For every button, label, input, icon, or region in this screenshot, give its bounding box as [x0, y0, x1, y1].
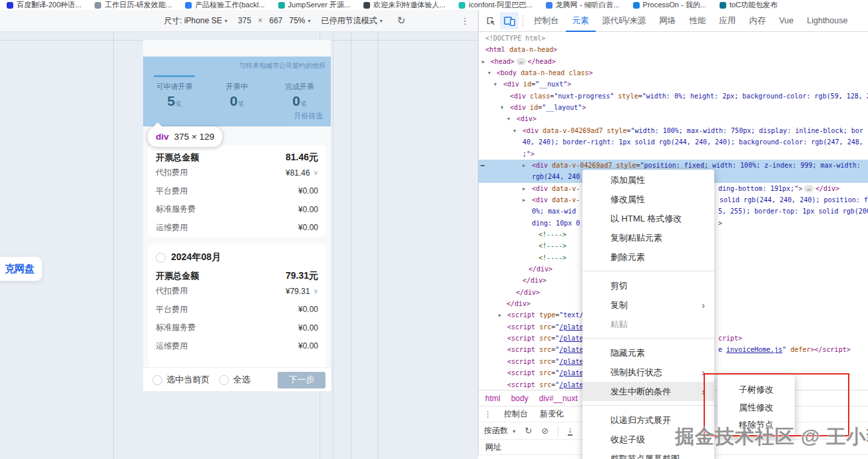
context-menu-item[interactable]: 剪切	[582, 276, 714, 295]
bookmark-item[interactable]: toC功能包发布	[720, 0, 777, 10]
refresh-icon[interactable]: ↻	[525, 426, 532, 436]
more-options-icon[interactable]: ⋮	[461, 16, 469, 26]
twisty-collapsed-icon[interactable]: ▶	[523, 160, 525, 172]
drawer-tab-控制台[interactable]: 控制台	[504, 408, 528, 420]
code-token: <script	[507, 381, 535, 388]
code-token: </div>	[516, 289, 540, 296]
context-menu-item[interactable]: 以 HTML 格式修改	[582, 209, 714, 228]
context-menu-item[interactable]: 复制›	[582, 295, 714, 315]
fee-label: 标准服务费	[156, 204, 196, 215]
code-token: data-n-head class	[517, 69, 588, 76]
twisty-collapsed-icon[interactable]: ▶	[482, 57, 485, 68]
chevron-down-icon[interactable]: ∨	[314, 287, 318, 295]
context-menu-item[interactable]: 删除元素	[582, 247, 714, 267]
twisty-expanded-icon[interactable]: ▼	[513, 126, 516, 137]
twisty-collapsed-icon[interactable]: ▶	[499, 310, 501, 321]
breadcrumb-item[interactable]: html	[485, 394, 501, 403]
bookmark-label: iconfont-阿里巴巴...	[469, 0, 532, 10]
throttling-select[interactable]: 已停用节流模式 ▾	[322, 15, 383, 27]
code-token: >	[798, 185, 802, 192]
device-toolbar-icon[interactable]	[500, 12, 519, 29]
dom-tree-node[interactable]: ▼<div>	[479, 113, 868, 124]
dom-tree-node[interactable]: ▼<div id="__nuxt">	[479, 78, 868, 90]
dom-tree-node[interactable]: <div class="nuxt-progress" style="width:…	[479, 90, 868, 102]
context-menu-item[interactable]: 强制执行状态›	[582, 363, 714, 382]
code-fragment: solid rgb(244, 240, 240); position: f	[720, 194, 868, 206]
dom-tree-node[interactable]: ;">	[479, 148, 868, 160]
tab-控制台[interactable]: 控制台	[527, 10, 566, 32]
bookmark-item[interactable]: 工作日历-研发效能...	[95, 0, 172, 10]
tab-网络[interactable]: 网络	[652, 10, 682, 32]
bookmark-item[interactable]: iconfont-阿里巴巴...	[459, 0, 532, 10]
tab-Lighthouse[interactable]: Lighthouse	[800, 10, 854, 32]
zoom-select[interactable]: 75% ▾	[290, 16, 311, 25]
tab-Vue[interactable]: Vue	[772, 10, 800, 32]
menu-item-label: 隐藏元素	[610, 347, 645, 359]
invoice-tab[interactable]: 可申请开票5笔	[143, 75, 206, 109]
context-menu-item[interactable]: 修改属性	[582, 190, 714, 209]
netdisk-floating-button[interactable]: 克网盘	[0, 256, 43, 281]
invoice-tab[interactable]: 完成开票0笔	[268, 75, 331, 109]
dom-tree-node[interactable]: ▼<div data-v-04269ad7 style="width: 100%…	[479, 125, 868, 136]
bookmark-item[interactable]: JumpServer 开源...	[278, 0, 351, 10]
context-menu-item[interactable]: 截取节点屏幕截图	[582, 449, 714, 459]
rotate-icon[interactable]: ↻	[397, 15, 406, 27]
menu-separator	[582, 271, 714, 271]
active-tab-indicator	[216, 75, 258, 77]
radio-icon[interactable]	[156, 253, 166, 263]
breadcrumb-item[interactable]: body	[511, 394, 529, 403]
twisty-expanded-icon[interactable]: ▼	[507, 114, 510, 125]
twisty-expanded-icon[interactable]: ▼	[501, 102, 503, 114]
bookmark-item[interactable]: 欢迎来到特邀体验人...	[363, 0, 445, 10]
twisty-collapsed-icon[interactable]: ▶	[523, 195, 525, 206]
tab-应用[interactable]: 应用	[712, 10, 742, 32]
tab-性能[interactable]: 性能	[682, 10, 712, 32]
context-menu-item[interactable]: 复制粘贴元素	[582, 228, 714, 247]
node-more-icon[interactable]: …	[481, 158, 485, 170]
block-icon[interactable]: ⊘	[541, 426, 548, 436]
twisty-expanded-icon[interactable]: ▼	[494, 79, 497, 90]
code-fragment: <div id="__nuxt">	[503, 78, 571, 90]
drawer-menu-icon[interactable]: ⋮	[484, 410, 492, 419]
dom-tree-node[interactable]: ▼<div id="__layout">	[479, 102, 868, 113]
radio-icon[interactable]	[152, 375, 162, 385]
dom-tree-node[interactable]: <!DOCTYPE html>	[479, 33, 868, 44]
group-by-select[interactable]: 按函数 ▾	[484, 425, 515, 436]
dom-tree-node[interactable]: ▼<body data-n-head class>	[479, 67, 868, 78]
twisty-collapsed-icon[interactable]: ▶	[523, 184, 525, 195]
bookmark-item[interactable]: 龙腾网 - 倾听白首...	[546, 0, 620, 10]
drawer-tab-新变化[interactable]: 新变化	[540, 408, 564, 420]
dom-tree-node[interactable]: 40, 240); border-right: 1px solid rgb(24…	[479, 136, 868, 148]
card-date-row[interactable]: 2024年08月	[156, 243, 318, 263]
device-select[interactable]: 尺寸: iPhone SE ▾	[164, 15, 227, 27]
tab-源代码/来源[interactable]: 源代码/来源	[596, 10, 653, 32]
breadcrumb-item[interactable]: div#__nuxt	[539, 394, 578, 403]
fee-row: 标准服务费¥0.00	[156, 200, 318, 219]
context-menu-item[interactable]: 隐藏元素	[582, 343, 714, 363]
viewport-height-input[interactable]: 667	[269, 16, 282, 25]
ellipsis-expander[interactable]: …	[517, 58, 525, 65]
invoice-tab[interactable]: 开票中0笔	[206, 75, 268, 109]
tab-内存[interactable]: 内存	[742, 10, 772, 32]
download-icon[interactable]: ↓	[568, 426, 572, 436]
next-step-button[interactable]: 下一步	[278, 372, 326, 388]
radio-icon[interactable]	[219, 375, 229, 385]
chevron-down-icon[interactable]: ∨	[314, 169, 318, 176]
context-menu-item[interactable]: 发生中断的条件›	[582, 382, 714, 401]
dom-tree-node[interactable]: ▶<head>…</head>	[479, 56, 868, 67]
inspect-element-icon[interactable]	[481, 12, 500, 29]
favicon	[7, 2, 13, 9]
bookmark-item[interactable]: 百度翻译-200种语...	[7, 0, 81, 10]
month-filter-link[interactable]: 月份筛选	[294, 111, 323, 121]
context-menu-item[interactable]: 添加属性	[582, 170, 714, 190]
tab-元素[interactable]: 元素	[566, 10, 596, 32]
bookmark-item[interactable]: 产品核验工作(backl...	[185, 0, 265, 10]
bookmark-item[interactable]: ProcessOn - 我的...	[633, 0, 706, 10]
select-current-page-option[interactable]: 选中当前页	[152, 374, 210, 386]
twisty-expanded-icon[interactable]: ▼	[488, 68, 491, 79]
ellipsis-expander[interactable]: …	[804, 185, 813, 192]
viewport-width-input[interactable]: 375	[238, 16, 251, 25]
dom-tree-node[interactable]: <html data-n-head>	[479, 44, 868, 55]
code-token: type	[535, 311, 555, 319]
select-all-option[interactable]: 全选	[219, 374, 250, 386]
